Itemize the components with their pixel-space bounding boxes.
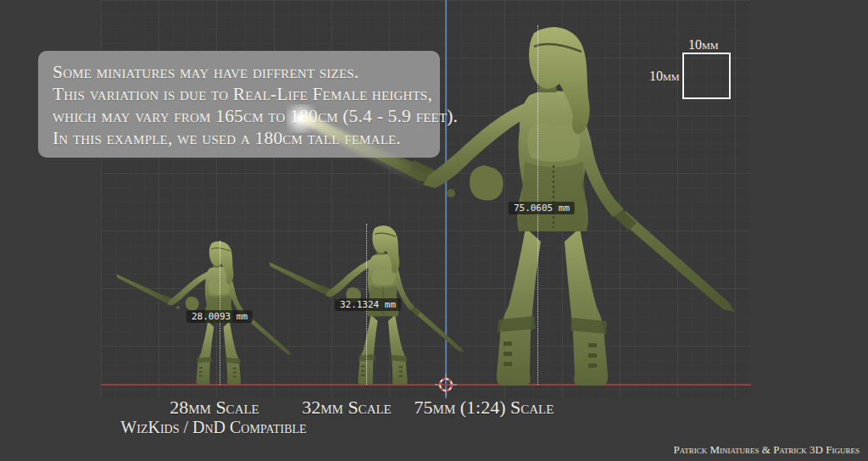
reference-square-10mm (682, 53, 731, 99)
measurement-label-75mm: 75.0605 mm (509, 202, 575, 214)
info-line-1: Some miniatures may have diffrent sizes. (53, 61, 440, 83)
measurement-label-32mm: 32.1324 mm (335, 298, 401, 311)
scale-label-75mm: 75mm (1:24) Scale (415, 397, 554, 419)
scale-label-32mm: 32mm Scale (302, 397, 392, 419)
reference-square-left-label: 10mm (649, 69, 680, 84)
info-box: Some miniatures may have diffrent sizes.… (38, 51, 440, 158)
info-line-2: This variation is due to Real-Life Femal… (53, 83, 440, 105)
info-line-4: In this example, we used a 180cm tall fe… (53, 127, 440, 149)
scale-label-28mm: 28mm Scale (170, 397, 259, 419)
blender-viewport[interactable]: 28.0093 mm 32.1324 mm 75.0605 mm Some mi… (0, 0, 868, 461)
info-line-3: which may vary from 165cm to 180cm (5.4 … (53, 105, 440, 127)
compatibility-label: WizKids / DnD Compatible (120, 418, 306, 437)
3d-cursor[interactable] (435, 374, 457, 396)
reference-square-top-label: 10mm (688, 37, 719, 53)
measurement-label-28mm: 28.0093 mm (186, 310, 253, 323)
credit-text: Patrick Miniatures & Patrick 3D Figures (673, 443, 860, 457)
